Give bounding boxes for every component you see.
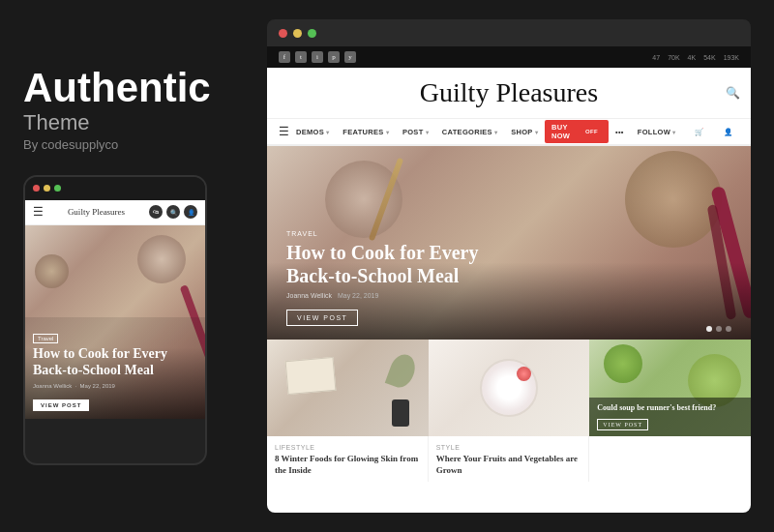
site-nav-left: ☰ DEMOS ▾ FEATURES ▾ POST ▾ CATEGORIES (279, 118, 631, 145)
blog-card-1-category: Lifestyle (275, 444, 420, 451)
hero-title: How to Cook for Every Back-to-School Mea… (286, 241, 528, 287)
social-icons: f t i p y (279, 51, 356, 63)
site-hero-overlay: Travel How to Cook for Every Back-to-Sch… (267, 211, 751, 340)
blog-card-3-title: Could soup be runner's best friend? (597, 403, 743, 413)
nav-buy-now-label: BUY NOW (551, 123, 578, 140)
mobile-cart-icon[interactable]: 🛍 (149, 205, 163, 219)
mobile-dot-red (33, 185, 40, 192)
blog-card-1-phone (392, 399, 409, 427)
pinterest-icon[interactable]: p (328, 51, 340, 63)
site-hero: Travel How to Cook for Every Back-to-Sch… (267, 146, 751, 340)
nav-features-label: FEATURES (342, 128, 383, 136)
site-nav: ☰ DEMOS ▾ FEATURES ▾ POST ▾ CATEGORIES (267, 118, 751, 145)
desktop-dot-green (308, 29, 316, 38)
nav-categories-arrow: ▾ (494, 129, 497, 135)
desktop-content: f t i p y 47 70K 4K 54K 193K Guilty Plea… (267, 46, 751, 513)
mobile-hero-overlay: Travel How to Cook for Every Back-to-Sch… (25, 317, 205, 419)
nav-item-buy-now[interactable]: BUY NOW OFF (545, 120, 609, 143)
site-search-icon[interactable]: 🔍 (726, 86, 739, 100)
blog-card-1-book (285, 357, 337, 395)
nav-item-more[interactable]: ••• (609, 118, 631, 145)
desktop-top-bar (267, 19, 751, 46)
hero-dot-3[interactable] (726, 326, 731, 332)
blog-card-3-button[interactable]: VIEW POST (597, 419, 648, 430)
in-count: 4K (688, 54, 697, 61)
blog-card-2-plate (480, 359, 538, 417)
hero-dot-1[interactable] (706, 326, 712, 332)
blog-card-1-body: Lifestyle 8 Winter Foods for Glowing Ski… (267, 436, 429, 482)
site-nav-right: FOLLOW ▾ 🛒 👤 (631, 118, 739, 145)
site-logo[interactable]: Guilty Pleasures (420, 77, 598, 108)
hero-dot-2[interactable] (716, 326, 722, 332)
blog-card-2-category: Style (436, 444, 581, 451)
nav-post-label: POST (402, 128, 424, 136)
nav-categories-label: CATEGORIES (442, 128, 492, 136)
blog-card-2-title: Where Your Fruits and Vegetables are Gro… (436, 454, 581, 476)
youtube-icon[interactable]: y (344, 51, 356, 63)
nav-demos-label: DEMOS (296, 128, 324, 136)
nav-item-follow[interactable]: FOLLOW ▾ (631, 118, 683, 145)
brand-title: Authentic (23, 68, 236, 108)
nav-follow-arrow: ▾ (672, 129, 675, 135)
mobile-user-icon[interactable]: 👤 (184, 205, 197, 219)
blog-card-3-overlay: Could soup be runner's best friend? VIEW… (589, 398, 751, 436)
blog-card-3[interactable]: Could soup be runner's best friend? VIEW… (589, 340, 751, 482)
blog-card-3-image: Could soup be runner's best friend? VIEW… (589, 340, 751, 436)
nav-item-categories[interactable]: CATEGORIES ▾ (435, 118, 504, 145)
pi-count: 54K (703, 54, 715, 61)
blog-card-2[interactable]: Style Where Your Fruits and Vegetables a… (429, 340, 590, 482)
blog-card-3-green1 (604, 344, 642, 383)
hero-date: May 22, 2019 (338, 292, 378, 299)
mobile-mockup: ☰ Guilty Pleasures 🛍 🔍 👤 Travel How to C… (23, 175, 207, 465)
nav-item-features[interactable]: FEATURES ▾ (336, 118, 396, 145)
nav-item-shop[interactable]: SHOP ▾ (504, 118, 545, 145)
brand-subtitle: Theme (23, 110, 236, 135)
brand-author: By codesupplyco (23, 137, 236, 152)
site-header: f t i p y 47 70K 4K 54K 193K Guilty Plea… (267, 46, 751, 146)
nav-cart-icon[interactable]: 🛒 (688, 118, 710, 145)
blog-card-1-image (267, 340, 429, 436)
nav-user-icon[interactable]: 👤 (717, 118, 739, 145)
site-hamburger-icon[interactable]: ☰ (279, 125, 289, 139)
hero-category: Travel (286, 230, 731, 237)
mobile-food-circle-1 (137, 235, 186, 283)
nav-features-arrow: ▾ (386, 129, 389, 135)
mobile-hero-tag: Travel (33, 334, 58, 343)
nav-demos-arrow: ▾ (326, 129, 329, 135)
desktop-mockup: f t i p y 47 70K 4K 54K 193K Guilty Plea… (267, 19, 751, 513)
mobile-food-circle-2 (35, 254, 69, 288)
blog-grid: Lifestyle 8 Winter Foods for Glowing Ski… (267, 340, 751, 482)
mobile-hero-author: Joanna Wellick (33, 383, 72, 389)
mobile-top-bar (25, 177, 205, 200)
hero-pagination-dots (706, 326, 731, 332)
nav-item-post[interactable]: POST ▾ (396, 118, 435, 145)
mobile-dot-green (54, 185, 61, 192)
mobile-dot-yellow (44, 185, 50, 192)
instagram-icon[interactable]: i (312, 51, 323, 63)
site-brand-bar: Guilty Pleasures 🔍 (267, 68, 751, 118)
fb-count: 47 (652, 54, 660, 61)
desktop-dot-red (279, 29, 287, 38)
facebook-icon[interactable]: f (279, 51, 290, 63)
nav-follow-label: FOLLOW (638, 128, 670, 136)
mobile-hamburger-icon[interactable]: ☰ (33, 205, 44, 220)
mobile-hero: Travel How to Cook for Every Back-to-Sch… (25, 225, 205, 419)
yt-count: 193K (724, 54, 739, 61)
mobile-nav: ☰ Guilty Pleasures 🛍 🔍 👤 (25, 200, 205, 225)
hero-view-post-button[interactable]: VIEW POST (286, 310, 358, 326)
nav-shop-label: SHOP (511, 128, 532, 136)
brand-info: Authentic Theme By codesupplyco (23, 68, 236, 152)
blog-card-1[interactable]: Lifestyle 8 Winter Foods for Glowing Ski… (267, 340, 429, 482)
twitter-icon[interactable]: t (295, 51, 307, 63)
nav-item-demos[interactable]: DEMOS ▾ (289, 118, 336, 145)
nav-shop-arrow: ▾ (535, 129, 538, 135)
nav-buy-badge: OFF (581, 128, 602, 135)
nav-post-arrow: ▾ (426, 129, 429, 135)
mobile-search-icon[interactable]: 🔍 (166, 205, 180, 219)
mobile-nav-brand: Guilty Pleasures (68, 207, 125, 217)
hero-meta: Joanna Wellick May 22, 2019 (286, 292, 731, 299)
site-social-bar: f t i p y 47 70K 4K 54K 193K (267, 46, 751, 68)
mobile-nav-icons: 🛍 🔍 👤 (149, 205, 197, 219)
tw-count: 70K (668, 54, 679, 61)
mobile-view-post-button[interactable]: VIEW POST (33, 399, 89, 411)
